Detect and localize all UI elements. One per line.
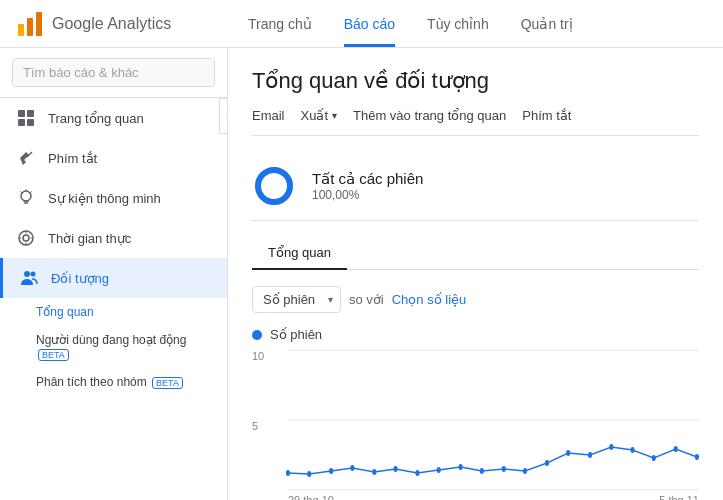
svg-point-9 bbox=[23, 235, 29, 241]
sub-item-label-tong-quan: Tổng quan bbox=[36, 305, 94, 319]
chart-dot bbox=[545, 460, 549, 466]
chart-dot bbox=[393, 466, 397, 472]
content-area: Tổng quan về đối tượng Email Xuất ▾ Thêm… bbox=[228, 48, 723, 500]
svg-point-7 bbox=[21, 191, 31, 201]
metric-select-wrapper: Số phiên ▾ bbox=[252, 286, 341, 313]
sidebar-item-label-doi-tuong: Đối tượng bbox=[51, 271, 109, 286]
session-label: Tất cả các phiên bbox=[312, 170, 423, 188]
svg-rect-6 bbox=[27, 119, 34, 126]
chart-line bbox=[288, 447, 697, 474]
sidebar-item-thoi-gian-thuc[interactable]: Thời gian thực bbox=[0, 218, 227, 258]
sidebar-item-doi-tuong[interactable]: Đối tượng bbox=[0, 258, 227, 298]
x-axis-labels: 29 thg 10 5 thg 11 bbox=[288, 494, 699, 500]
chart-container: 10 5 bbox=[252, 350, 699, 500]
app-name: Google Analytics bbox=[52, 15, 171, 33]
grid-icon bbox=[16, 108, 36, 128]
metric-select[interactable]: Số phiên bbox=[252, 286, 341, 313]
sidebar-sub-item-phan-tich-nhom[interactable]: Phân tích theo nhóm BETA bbox=[16, 368, 227, 396]
sidebar-sub-items: Tổng quan Người dùng đang hoạt động BETA… bbox=[0, 298, 227, 396]
sub-item-label-nguoi-dung: Người dùng đang hoạt động bbox=[36, 333, 186, 347]
add-to-overview-button[interactable]: Thêm vào trang tổng quan bbox=[353, 108, 506, 123]
nav-link-tuy-chinh[interactable]: Tùy chỉnh bbox=[427, 0, 489, 47]
y-axis-labels: 10 5 bbox=[252, 350, 282, 490]
logo-area: Google Analytics bbox=[16, 10, 216, 38]
session-card: Tất cả các phiên 100,00% bbox=[252, 152, 699, 221]
sidebar-item-label-su-kien-thong-minh: Sự kiện thông minh bbox=[48, 191, 161, 206]
svg-rect-5 bbox=[18, 119, 25, 126]
bulb-icon bbox=[16, 188, 36, 208]
chart-dot bbox=[566, 450, 570, 456]
sidebar-sub-item-tong-quan[interactable]: Tổng quan bbox=[16, 298, 227, 326]
sidebar-search-area bbox=[0, 48, 227, 98]
email-button[interactable]: Email bbox=[252, 108, 285, 123]
svg-rect-0 bbox=[18, 24, 24, 36]
sidebar-item-label-thoi-gian-thuc: Thời gian thực bbox=[48, 231, 131, 246]
chart-plot bbox=[288, 350, 699, 490]
export-button[interactable]: Xuất ▾ bbox=[301, 108, 338, 123]
svg-point-13 bbox=[258, 170, 290, 202]
x-axis-label-5-thg-11: 5 thg 11 bbox=[659, 494, 699, 500]
tab-tong-quan[interactable]: Tổng quan bbox=[252, 237, 347, 270]
session-info: Tất cả các phiên 100,00% bbox=[312, 170, 423, 202]
beta-badge-phan-tich-nhom: BETA bbox=[152, 377, 183, 389]
chart-dot bbox=[609, 444, 613, 450]
realtime-icon bbox=[16, 228, 36, 248]
nav-link-trang-chu[interactable]: Trang chủ bbox=[248, 0, 312, 47]
main-layout: › Trang tổng quan Phím tắt bbox=[0, 48, 723, 500]
choose-metric-link[interactable]: Chọn số liệu bbox=[392, 292, 467, 307]
page-title: Tổng quan về đối tượng bbox=[252, 68, 699, 94]
sub-item-label-phan-tich-nhom: Phân tích theo nhóm bbox=[36, 375, 147, 389]
donut-chart-icon bbox=[252, 164, 296, 208]
sidebar: › Trang tổng quan Phím tắt bbox=[0, 48, 228, 500]
chart-dot bbox=[372, 469, 376, 475]
session-percentage: 100,00% bbox=[312, 188, 423, 202]
export-label: Xuất bbox=[301, 108, 329, 123]
legend-label-so-phien: Số phiên bbox=[270, 327, 322, 342]
y-axis-label-5: 5 bbox=[252, 420, 282, 432]
shortcuts-button[interactable]: Phím tắt bbox=[522, 108, 571, 123]
legend-dot-so-phien bbox=[252, 330, 262, 340]
svg-point-10 bbox=[24, 271, 30, 277]
chart-dot bbox=[459, 464, 463, 470]
chart-dot bbox=[502, 466, 506, 472]
export-arrow-icon: ▾ bbox=[332, 110, 337, 121]
sidebar-item-phim-tat[interactable]: Phím tắt bbox=[0, 138, 227, 178]
shortcut-icon bbox=[16, 148, 36, 168]
svg-rect-1 bbox=[27, 18, 33, 36]
top-nav: Google Analytics Trang chủ Báo cáo Tùy c… bbox=[0, 0, 723, 48]
vs-text: so với bbox=[349, 292, 384, 307]
nav-link-bao-cao[interactable]: Báo cáo bbox=[344, 0, 395, 47]
people-icon bbox=[19, 268, 39, 288]
chart-controls: Số phiên ▾ so với Chọn số liệu bbox=[252, 286, 699, 313]
chart-legend: Số phiên bbox=[252, 327, 699, 342]
chart-svg bbox=[288, 350, 699, 490]
chart-dot bbox=[523, 468, 527, 474]
sidebar-item-trang-tong-quan[interactable]: Trang tổng quan bbox=[0, 98, 227, 138]
chart-dot bbox=[631, 447, 635, 453]
svg-rect-3 bbox=[18, 110, 25, 117]
sidebar-item-label-phim-tat: Phím tắt bbox=[48, 151, 97, 166]
chart-dot bbox=[286, 470, 290, 476]
action-bar: Email Xuất ▾ Thêm vào trang tổng quan Ph… bbox=[252, 108, 699, 136]
chart-dot bbox=[588, 452, 592, 458]
sidebar-item-su-kien-thong-minh[interactable]: Sự kiện thông minh bbox=[0, 178, 227, 218]
chart-dot bbox=[329, 468, 333, 474]
chart-dot bbox=[415, 470, 419, 476]
nav-link-quan-tri[interactable]: Quản trị bbox=[521, 0, 573, 47]
chart-tabs: Tổng quan bbox=[252, 237, 699, 270]
chart-dot bbox=[350, 465, 354, 471]
svg-rect-4 bbox=[27, 110, 34, 117]
chart-dot bbox=[307, 471, 311, 477]
svg-rect-2 bbox=[36, 12, 42, 36]
chart-dot bbox=[437, 467, 441, 473]
chart-dot bbox=[480, 468, 484, 474]
chart-dot bbox=[674, 446, 678, 452]
nav-links: Trang chủ Báo cáo Tùy chỉnh Quản trị bbox=[248, 0, 573, 47]
search-input[interactable] bbox=[12, 58, 215, 87]
beta-badge-nguoi-dung: BETA bbox=[38, 349, 69, 361]
sidebar-sub-item-nguoi-dung[interactable]: Người dùng đang hoạt động BETA bbox=[16, 326, 227, 368]
sidebar-collapse-button[interactable]: › bbox=[219, 98, 228, 134]
svg-point-11 bbox=[31, 272, 36, 277]
y-axis-label-10: 10 bbox=[252, 350, 282, 362]
x-axis-label-29-thg-10: 29 thg 10 bbox=[288, 494, 334, 500]
